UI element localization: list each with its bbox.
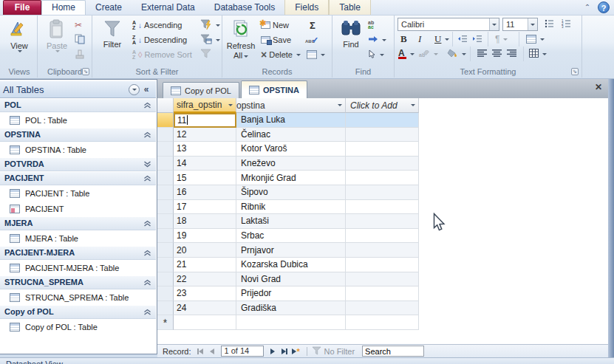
advanced-filter-button[interactable] — [200, 33, 220, 47]
table-row[interactable]: 18Laktaši — [157, 214, 608, 229]
cell-opstina[interactable]: Šipovo — [236, 185, 346, 200]
next-record-button[interactable] — [267, 346, 279, 357]
record-selector[interactable] — [157, 128, 174, 142]
italic-button[interactable]: I — [418, 32, 421, 46]
table-row[interactable]: 16Šipovo — [157, 185, 608, 200]
table-row[interactable]: 24Gradiška — [157, 301, 608, 316]
table-row[interactable]: 13Kotor Varoš — [157, 142, 608, 157]
empty-cell[interactable] — [174, 315, 236, 330]
record-selector[interactable] — [157, 113, 174, 128]
previous-record-button[interactable] — [206, 346, 218, 357]
empty-cell[interactable] — [236, 315, 346, 330]
nav-item[interactable]: PACIJENT : Table — [0, 185, 156, 201]
table-row[interactable]: 23Prijedor — [157, 286, 608, 301]
cell-click-to-add[interactable] — [346, 113, 419, 128]
record-selector[interactable] — [157, 229, 174, 244]
ribbon-tab-external-data[interactable]: External Data — [132, 0, 205, 15]
first-record-button[interactable] — [194, 346, 206, 357]
cell-opstina[interactable]: Novi Grad — [236, 272, 346, 287]
record-selector[interactable] — [157, 301, 174, 316]
nav-item[interactable]: PACIJENT — [0, 201, 156, 216]
cell-sifra[interactable]: 20 — [174, 243, 236, 258]
chevron-up-icon[interactable] — [143, 250, 151, 256]
descending-button[interactable]: ZA↓ Descending — [132, 33, 187, 47]
chevron-up-icon[interactable] — [143, 175, 151, 182]
cell-click-to-add[interactable] — [346, 128, 419, 142]
record-selector[interactable] — [157, 185, 174, 200]
chevron-up-icon[interactable] — [143, 279, 151, 286]
nav-item[interactable]: OPSTINA : Table — [0, 142, 156, 157]
find-button[interactable]: Find — [335, 18, 366, 65]
save-record-button[interactable]: Save — [261, 33, 291, 47]
close-document-icon[interactable]: ✕ — [595, 83, 602, 92]
record-selector[interactable] — [157, 171, 174, 185]
table-row[interactable]: 14Kneževo — [157, 157, 608, 171]
last-record-button[interactable] — [279, 346, 290, 357]
nav-item[interactable]: STRUCNA_SPREMA : Table — [0, 289, 156, 305]
cell-click-to-add[interactable] — [346, 171, 419, 185]
cell-sifra[interactable]: 19 — [174, 229, 236, 244]
new-record-row[interactable]: * — [157, 315, 608, 330]
record-selector[interactable] — [157, 243, 174, 258]
table-row[interactable]: 20Prnjavor — [157, 243, 608, 258]
nav-group-header[interactable]: Copy of POL — [0, 305, 156, 319]
cell-sifra[interactable]: 18 — [174, 214, 236, 229]
background-fill-button[interactable] — [446, 47, 466, 61]
cell-sifra[interactable]: 14 — [174, 157, 236, 171]
nav-group-header[interactable]: OPSTINA — [0, 128, 156, 142]
highlight-button[interactable]: ab — [419, 47, 438, 61]
cell-sifra[interactable]: 12 — [174, 128, 236, 142]
font-size-combo[interactable]: 11 — [502, 18, 538, 31]
cell-opstina[interactable]: Laktaši — [236, 214, 346, 229]
bold-button[interactable]: B — [400, 32, 407, 46]
text-direction-button[interactable]: ¶ — [495, 32, 508, 46]
cell-click-to-add[interactable] — [346, 301, 419, 316]
document-tab-opstina[interactable]: OPSTINA — [241, 80, 307, 98]
underline-button[interactable]: U — [434, 32, 449, 46]
chevron-down-icon[interactable] — [143, 161, 151, 168]
tab-file[interactable]: File — [3, 0, 41, 15]
clipboard-dialog-launcher-icon[interactable]: ⇘ — [82, 68, 89, 75]
record-selector[interactable] — [157, 142, 174, 157]
align-center-button[interactable] — [492, 47, 502, 61]
align-right-button[interactable] — [507, 47, 516, 61]
cell-sifra[interactable]: 17 — [174, 200, 236, 215]
view-button[interactable]: View — [4, 18, 35, 65]
spelling-button[interactable]: ABC✓ — [305, 33, 318, 47]
nav-group-header[interactable]: PACIJENT-MJERA — [0, 246, 156, 260]
cell-opstina[interactable]: Gradiška — [236, 301, 346, 316]
font-name-dropdown-icon[interactable] — [489, 18, 499, 30]
cell-click-to-add[interactable] — [346, 229, 419, 244]
chevron-up-icon[interactable] — [143, 309, 151, 315]
record-position-box[interactable]: 1 of 14 — [221, 346, 264, 357]
table-row[interactable]: 19Srbac — [157, 229, 608, 244]
new-blank-record-button[interactable]: * — [290, 346, 302, 357]
nav-menu-dropdown-icon[interactable] — [129, 84, 140, 95]
table-row[interactable]: 11Banja Luka — [157, 113, 608, 128]
nav-group-header[interactable]: MJERA — [0, 216, 156, 230]
gridlines-grid-button[interactable] — [529, 47, 547, 61]
cell-click-to-add[interactable] — [346, 243, 419, 258]
cell-sifra[interactable]: 11 — [174, 113, 236, 128]
bullets-button[interactable] — [545, 18, 554, 31]
more-records-button[interactable] — [307, 48, 325, 61]
chevron-up-icon[interactable] — [143, 131, 151, 138]
cell-opstina[interactable]: Prnjavor — [236, 243, 346, 258]
cell-opstina[interactable]: Prijedor — [236, 286, 346, 301]
remove-sort-button[interactable]: AZ◊ Remove Sort — [132, 48, 192, 61]
record-selector[interactable] — [157, 200, 174, 215]
cell-opstina[interactable]: Mrkonjić Grad — [236, 171, 346, 185]
font-size-dropdown-icon[interactable] — [528, 18, 537, 30]
paste-button[interactable]: Paste — [41, 18, 72, 65]
column-header-1[interactable]: opstina — [236, 98, 346, 113]
help-icon[interactable]: ? — [598, 1, 610, 13]
refresh-all-button[interactable]: Refresh All — [225, 18, 256, 65]
cell-sifra[interactable]: 16 — [174, 185, 236, 200]
record-selector[interactable] — [157, 286, 174, 301]
record-selector[interactable] — [157, 272, 174, 287]
nav-item[interactable]: PACIJENT-MJERA : Table — [0, 260, 156, 275]
cell-click-to-add[interactable] — [346, 157, 419, 171]
cell-opstina[interactable]: Ribnik — [236, 200, 346, 215]
cell-opstina[interactable]: Kozarska Dubica — [236, 258, 346, 272]
gridlines-table-button[interactable] — [526, 32, 545, 46]
